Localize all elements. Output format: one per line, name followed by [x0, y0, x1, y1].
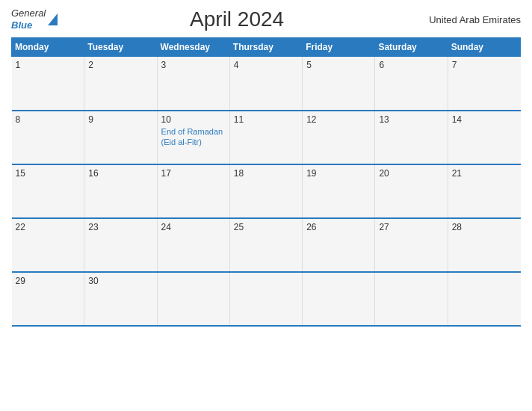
calendar-cell: 18	[229, 164, 302, 218]
calendar-cell: 27	[375, 218, 448, 272]
calendar-cell: 28	[448, 218, 520, 272]
day-number: 28	[452, 222, 517, 232]
col-sunday: Sunday	[448, 38, 520, 57]
calendar-cell: 2	[84, 57, 157, 111]
calendar-cell: 14	[448, 111, 520, 164]
col-friday: Friday	[303, 38, 375, 57]
calendar-cell: 20	[375, 164, 448, 218]
calendar-cell: 25	[229, 218, 302, 272]
day-number: 17	[161, 168, 226, 179]
day-number: 11	[234, 114, 298, 125]
day-number: 8	[16, 114, 81, 125]
calendar-cell: 26	[303, 218, 375, 272]
calendar-cell	[303, 272, 375, 326]
day-number: 3	[161, 60, 226, 70]
calendar-cell: 15	[12, 164, 84, 218]
country-label: United Arab Emirates	[416, 14, 521, 25]
calendar-cell: 4	[229, 57, 302, 111]
day-number: 20	[379, 168, 443, 179]
calendar-cell	[375, 272, 448, 326]
day-number: 5	[306, 60, 371, 70]
calendar-container: General Blue April 2024 United Arab Emir…	[0, 0, 532, 411]
day-number: 6	[379, 60, 443, 70]
col-thursday: Thursday	[229, 38, 302, 57]
calendar-cell: 30	[84, 272, 157, 326]
logo-blue-text: Blue	[11, 19, 46, 31]
day-number: 30	[88, 276, 152, 286]
calendar-cell: 19	[303, 164, 375, 218]
logo-text: General Blue	[11, 7, 46, 31]
day-number: 26	[306, 222, 371, 232]
calendar-cell: 3	[157, 57, 229, 111]
week-row-5: 2930	[12, 272, 521, 326]
calendar-cell: 5	[303, 57, 375, 111]
week-row-3: 15161718192021	[12, 164, 521, 218]
logo-triangle-icon	[48, 13, 58, 25]
calendar-cell: 24	[157, 218, 229, 272]
col-monday: Monday	[12, 38, 84, 57]
col-saturday: Saturday	[375, 38, 448, 57]
week-row-2: 8910End of Ramadan (Eid al-Fitr)11121314	[12, 111, 521, 164]
logo-general-text: General	[11, 7, 46, 19]
calendar-cell: 6	[375, 57, 448, 111]
weekday-header-row: Monday Tuesday Wednesday Thursday Friday…	[12, 38, 521, 57]
calendar-header: General Blue April 2024 United Arab Emir…	[11, 7, 521, 31]
calendar-cell: 9	[84, 111, 157, 164]
calendar-cell: 13	[375, 111, 448, 164]
calendar-table: Monday Tuesday Wednesday Thursday Friday…	[11, 37, 521, 327]
day-number: 21	[452, 168, 517, 179]
day-number: 7	[452, 60, 517, 70]
day-number: 9	[88, 114, 152, 125]
calendar-cell: 8	[12, 111, 84, 164]
calendar-cell: 11	[229, 111, 302, 164]
calendar-cell: 7	[448, 57, 520, 111]
logo: General Blue	[11, 7, 58, 31]
day-number: 4	[234, 60, 298, 70]
day-number: 16	[88, 168, 152, 179]
calendar-cell: 23	[84, 218, 157, 272]
day-number: 27	[379, 222, 443, 232]
calendar-cell: 21	[448, 164, 520, 218]
day-number: 12	[306, 114, 371, 125]
calendar-cell: 29	[12, 272, 84, 326]
calendar-cell: 16	[84, 164, 157, 218]
calendar-title: April 2024	[58, 7, 416, 31]
event-label: End of Ramadan (Eid al-Fitr)	[161, 126, 226, 148]
day-number: 25	[234, 222, 298, 232]
calendar-cell: 12	[303, 111, 375, 164]
calendar-cell: 17	[157, 164, 229, 218]
day-number: 2	[88, 60, 152, 70]
week-row-4: 22232425262728	[12, 218, 521, 272]
day-number: 22	[16, 222, 81, 232]
day-number: 1	[16, 60, 81, 70]
col-wednesday: Wednesday	[157, 38, 229, 57]
calendar-cell	[229, 272, 302, 326]
day-number: 23	[88, 222, 152, 232]
day-number: 29	[16, 276, 81, 286]
day-number: 14	[452, 114, 517, 125]
calendar-cell	[157, 272, 229, 326]
calendar-cell: 10End of Ramadan (Eid al-Fitr)	[157, 111, 229, 164]
day-number: 24	[161, 222, 226, 232]
week-row-1: 1234567	[12, 57, 521, 111]
day-number: 19	[306, 168, 371, 179]
day-number: 15	[16, 168, 81, 179]
day-number: 13	[379, 114, 443, 125]
calendar-cell: 22	[12, 218, 84, 272]
col-tuesday: Tuesday	[84, 38, 157, 57]
calendar-cell: 1	[12, 57, 84, 111]
calendar-cell	[448, 272, 520, 326]
day-number: 10	[161, 114, 226, 125]
day-number: 18	[234, 168, 298, 179]
